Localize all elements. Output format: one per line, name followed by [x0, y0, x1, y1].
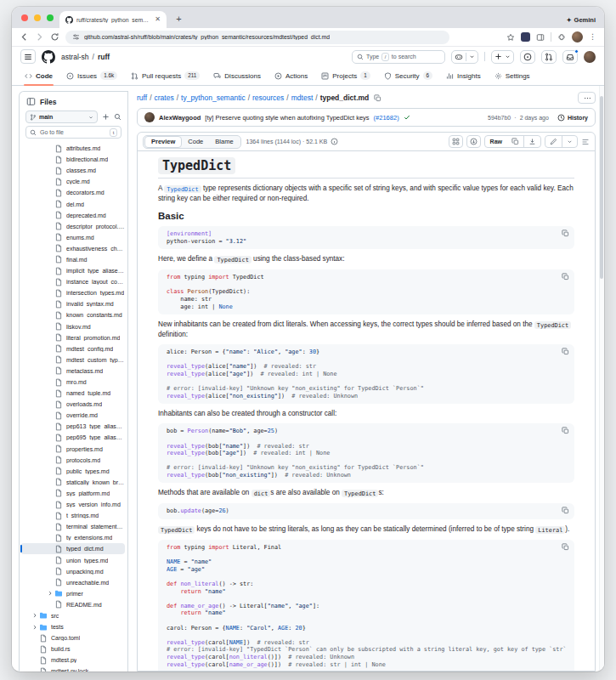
- reload-icon[interactable]: [50, 32, 59, 42]
- tree-item-mdtest-py-lock[interactable]: mdtest.py.lock: [20, 666, 125, 672]
- tree-item-unpacking-md[interactable]: unpacking.md: [20, 566, 125, 577]
- commit-message[interactable]: [ty] Preserve quoting style when autofix…: [205, 114, 369, 122]
- view-tab-code[interactable]: Code: [182, 137, 209, 147]
- tree-item-override-md[interactable]: override.md: [20, 410, 125, 421]
- tree-item-attributes-md[interactable]: attributes.md: [20, 143, 125, 154]
- tree-item-mro-md[interactable]: mro.md: [20, 377, 125, 388]
- side-panel-icon[interactable]: [536, 33, 545, 42]
- nav-tab-settings[interactable]: Settings: [489, 72, 536, 85]
- tree-item-overloads-md[interactable]: overloads.md: [20, 399, 125, 410]
- tree-item-mdtest-py[interactable]: mdtest.py: [20, 654, 125, 666]
- edit-dropdown-button[interactable]: [562, 136, 577, 147]
- tree-item-enums-md[interactable]: enums.md: [20, 232, 125, 243]
- search-files-icon[interactable]: [114, 113, 122, 121]
- tree-item-cargo-toml[interactable]: Cargo.toml: [20, 632, 125, 643]
- pull-requests-header-button[interactable]: [541, 50, 557, 64]
- tree-item-exhaustiveness-checking-md[interactable]: exhaustiveness_checking.md: [20, 243, 125, 254]
- tree-item-classes-md[interactable]: classes.md: [20, 165, 125, 176]
- tree-item-terminal-statements-md[interactable]: terminal_statements.md: [20, 521, 125, 532]
- copy-code-button[interactable]: [562, 348, 569, 355]
- issues-header-button[interactable]: [520, 50, 535, 64]
- scrollbar-thumb[interactable]: [600, 96, 603, 279]
- tree-item-build-rs[interactable]: build.rs: [20, 643, 125, 654]
- tree-item-typed-dict-md[interactable]: typed_dict.md: [20, 543, 125, 554]
- view-tab-blame[interactable]: Blame: [209, 137, 239, 147]
- close-window-button[interactable]: [21, 14, 28, 21]
- page-scrollbar[interactable]: [599, 86, 604, 672]
- nav-tab-discussions[interactable]: Discussions: [207, 72, 267, 85]
- breadcrumb-link-mdtest[interactable]: mdtest: [291, 94, 314, 102]
- download-raw-button[interactable]: [523, 136, 540, 147]
- tree-item-public-types-md[interactable]: public_types.md: [20, 466, 125, 477]
- nav-tab-projects[interactable]: Projects1: [315, 71, 376, 85]
- minimize-window-button[interactable]: [34, 14, 41, 21]
- tree-item-readme-md[interactable]: README.md: [20, 599, 125, 610]
- repo-name-link[interactable]: ruff: [98, 53, 110, 61]
- nav-tab-code[interactable]: Code: [19, 72, 59, 85]
- commit-hash[interactable]: 594b7b0: [488, 115, 511, 121]
- view-tab-preview[interactable]: Preview: [144, 136, 182, 148]
- site-settings-icon[interactable]: [72, 33, 80, 41]
- tree-item-del-md[interactable]: del.md: [20, 198, 125, 209]
- nav-tab-pull-requests[interactable]: Pull requests211: [125, 71, 206, 85]
- url-bar[interactable]: github.com/astral-sh/ruff/blob/main/crat…: [65, 31, 449, 44]
- raw-button[interactable]: Raw: [485, 136, 507, 147]
- extensions-puzzle-icon[interactable]: [557, 33, 566, 42]
- new-tab-button[interactable]: +: [172, 13, 185, 26]
- tree-item-invalid-syntax-md[interactable]: invalid_syntax.md: [20, 298, 125, 309]
- extension-icon-dark[interactable]: [521, 32, 530, 42]
- tree-item-named-tuple-md[interactable]: named_tuple.md: [20, 388, 125, 399]
- tree-item-known-constants-md[interactable]: known_constants.md: [20, 309, 125, 320]
- tree-item-statically-known-branches-md[interactable]: statically_known_branches.md: [20, 477, 125, 488]
- gemini-chip[interactable]: ✦ Gemini: [567, 16, 596, 24]
- history-button[interactable]: History: [557, 114, 588, 122]
- github-logo[interactable]: [42, 50, 55, 64]
- tree-item-liskov-md[interactable]: liskov.md: [20, 321, 125, 332]
- tree-item-mdtest-config-md[interactable]: mdtest_config.md: [20, 343, 125, 354]
- commit-pr-link[interactable]: (#21682): [374, 114, 399, 122]
- tree-item-union-types-md[interactable]: union_types.md: [20, 554, 125, 565]
- inline-code-link[interactable]: TypedDict: [164, 185, 201, 193]
- tree-item-descriptor-protocol-md[interactable]: descriptor_protocol.md: [20, 221, 125, 232]
- tree-item-deprecated-md[interactable]: deprecated.md: [20, 210, 125, 221]
- global-search-input[interactable]: Type / to search: [352, 50, 445, 64]
- edit-file-button[interactable]: [545, 136, 562, 147]
- breadcrumb-link-ruff[interactable]: ruff: [137, 94, 147, 102]
- commit-author-avatar[interactable]: [144, 112, 155, 122]
- nav-tab-issues[interactable]: Issues1.6k: [60, 71, 123, 85]
- symbols-panel-button[interactable]: [449, 135, 463, 148]
- copy-code-button[interactable]: [562, 273, 569, 280]
- open-with-button[interactable]: [466, 135, 481, 148]
- chrome-profile-avatar[interactable]: [572, 31, 583, 42]
- tree-item-t-strings-md[interactable]: t_strings.md: [20, 510, 125, 521]
- breadcrumb-link-ty-python-semantic[interactable]: ty_python_semantic: [181, 94, 246, 102]
- copy-raw-button[interactable]: [507, 136, 523, 147]
- tree-item-implicit-type-aliases-md[interactable]: implicit_type_aliases.md: [20, 265, 125, 276]
- tree-item-bidirectional-md[interactable]: bidirectional.md: [20, 154, 125, 165]
- tree-item-sys-platform-md[interactable]: sys_platform.md: [20, 488, 125, 499]
- tree-item-pep613-type-aliases-md[interactable]: pep613_type_aliases.md: [20, 421, 125, 432]
- tree-item-properties-md[interactable]: properties.md: [20, 444, 125, 455]
- tree-item-src[interactable]: src: [20, 610, 125, 621]
- nav-tab-insights[interactable]: Insights: [440, 72, 487, 85]
- nav-tab-actions[interactable]: Actions: [268, 72, 314, 85]
- bookmark-star-icon[interactable]: [506, 33, 515, 42]
- chevron-right-icon[interactable]: [31, 624, 39, 631]
- go-to-file-input[interactable]: Go to file t: [25, 126, 122, 139]
- breadcrumb-overflow-button[interactable]: [578, 92, 596, 104]
- tree-item-instance-layout-conflict-md[interactable]: instance_layout_conflict.md: [20, 276, 125, 287]
- notifications-button[interactable]: [562, 50, 578, 64]
- chevron-right-icon[interactable]: [31, 612, 39, 619]
- tree-item-cycle-md[interactable]: cycle.md: [20, 176, 125, 187]
- nav-tab-security[interactable]: Security6: [378, 71, 438, 85]
- tree-item-sys-version-info-md[interactable]: sys_version_info.md: [20, 499, 125, 510]
- commit-author[interactable]: AlexWaygood: [159, 114, 201, 122]
- tree-item-ty-extensions-md[interactable]: ty_extensions.md: [20, 532, 125, 543]
- tree-item-decorators-md[interactable]: decorators.md: [20, 187, 125, 198]
- checks-success-icon[interactable]: [404, 114, 410, 121]
- branch-selector[interactable]: main: [25, 110, 98, 123]
- repo-owner-link[interactable]: astral-sh: [61, 53, 89, 61]
- breadcrumb-link-resources[interactable]: resources: [252, 94, 284, 102]
- copy-code-button[interactable]: [562, 230, 569, 237]
- side-panel-collapse-icon[interactable]: [26, 97, 36, 106]
